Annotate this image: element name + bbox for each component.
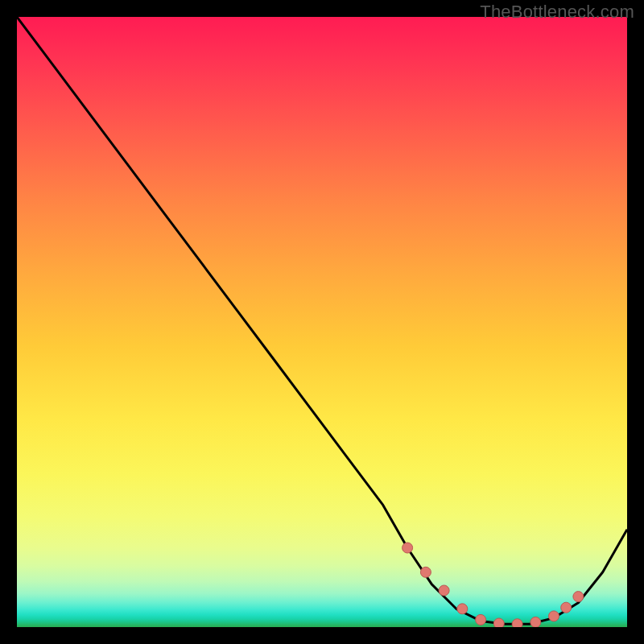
bottleneck-curve-svg (17, 17, 627, 627)
highlight-marker (561, 602, 572, 613)
highlight-marker (512, 619, 522, 627)
chart-frame: TheBottleneck.com (0, 0, 644, 644)
highlight-marker (476, 614, 486, 625)
highlight-marker (439, 585, 449, 596)
highlight-marker (457, 604, 468, 614)
watermark-text: TheBottleneck.com (480, 2, 634, 23)
chart-plot-area (17, 17, 627, 627)
highlight-marker (402, 543, 413, 553)
highlight-marker (493, 618, 504, 627)
marker-group (402, 543, 584, 627)
highlight-marker (530, 617, 541, 627)
bottleneck-curve-path (17, 17, 627, 624)
highlight-marker (549, 611, 559, 621)
highlight-marker (573, 592, 584, 602)
highlight-marker (420, 567, 431, 577)
